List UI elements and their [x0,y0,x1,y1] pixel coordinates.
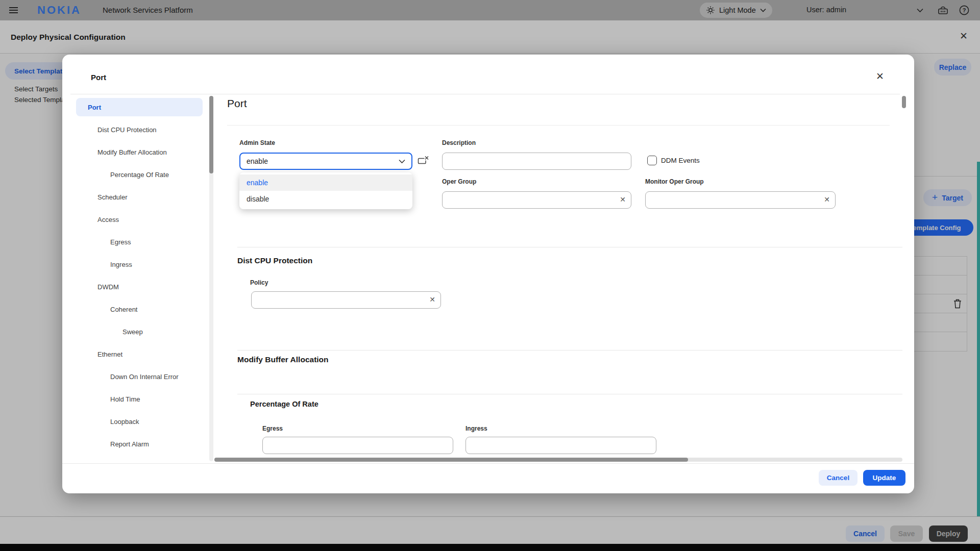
content-scrollbar-thumb[interactable] [902,96,906,108]
port-dialog: Port ✕ PortDist CPU ProtectionModify Buf… [62,55,914,493]
ingress-input[interactable] [465,437,656,454]
ingress-label: Ingress [465,425,487,432]
dialog-footer-divider [62,463,914,464]
policy-label: Policy [250,279,268,286]
chevron-down-icon [399,159,405,164]
sidebar-item[interactable]: Coherent [76,300,203,318]
description-label: Description [442,139,476,146]
screen: NOKIA Network Services Platform Light Mo… [0,0,980,551]
sidebar-scrollbar-thumb[interactable] [209,96,213,173]
sidebar-item[interactable]: Access [76,210,203,229]
modify-buffer-heading: Modify Buffer Allocation [237,355,329,364]
sidebar-item[interactable]: Percentage Of Rate [76,165,203,184]
content-title: Port [227,97,247,110]
sidebar-item[interactable]: Ethernet [76,345,203,363]
dialog-update-button[interactable]: Update [863,470,905,486]
percentage-of-rate-heading: Percentage Of Rate [250,400,318,408]
sidebar-item[interactable]: Egress [76,233,203,251]
section-divider [237,247,902,247]
admin-state-menu: enabledisable [239,172,412,209]
dialog-header-divider [70,94,900,94]
dialog-close-icon[interactable]: ✕ [876,71,884,81]
sidebar-item[interactable]: Loopback [76,412,203,431]
clear-icon[interactable]: ✕ [824,196,830,203]
policy-input[interactable] [251,291,441,309]
section-divider [237,394,902,394]
admin-state-label: Admin State [239,139,275,146]
ddm-events-checkbox[interactable] [647,156,657,165]
dist-cpu-heading: Dist CPU Protection [237,256,312,265]
admin-state-value: enable [247,157,268,165]
monitor-oper-group-input[interactable] [645,191,836,209]
modal-sidebar-list: PortDist CPU ProtectionModify Buffer All… [76,98,203,457]
monitor-oper-group-label: Monitor Oper Group [645,178,704,185]
sidebar-item[interactable]: Scheduler [76,188,203,206]
description-input[interactable] [442,153,631,170]
clear-field-icon[interactable] [418,156,429,165]
horizontal-scrollbar-thumb[interactable] [214,458,688,462]
sidebar-item[interactable]: Port [76,98,203,116]
sidebar-item[interactable]: DWDM [76,278,203,296]
admin-state-dropdown[interactable]: enable [239,153,412,170]
clear-icon[interactable]: ✕ [429,296,435,303]
egress-input[interactable] [262,437,453,454]
dialog-title: Port [91,73,106,82]
clear-icon[interactable]: ✕ [620,196,626,203]
dropdown-option[interactable]: disable [239,191,412,207]
sidebar-item[interactable]: Sweep [76,322,203,341]
section-divider [237,350,902,350]
oper-group-label: Oper Group [442,178,476,185]
sidebar-item[interactable]: Ingress [76,255,203,273]
dropdown-option[interactable]: enable [239,174,412,191]
sidebar-item[interactable]: Report Alarm [76,435,203,453]
sidebar-item[interactable]: Down On Internal Error [76,367,203,386]
sidebar-item[interactable]: Dist CPU Protection [76,120,203,139]
egress-label: Egress [262,425,283,432]
sidebar-item[interactable]: Hold Time [76,390,203,408]
sidebar-item[interactable]: Modify Buffer Allocation [76,143,203,161]
dialog-cancel-button[interactable]: Cancel [819,470,857,486]
oper-group-input[interactable] [442,191,631,209]
ddm-events-label: DDM Events [661,157,700,164]
content-title-divider [227,125,890,126]
